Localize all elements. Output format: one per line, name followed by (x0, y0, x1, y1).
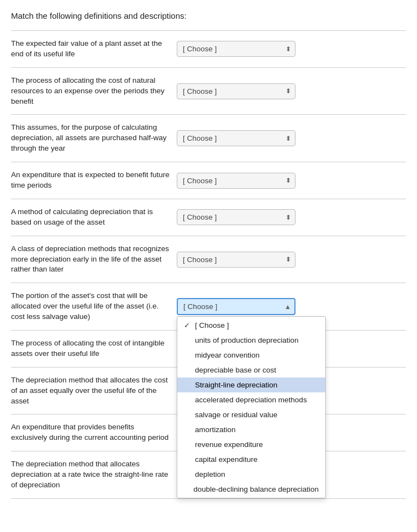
dropdown-option-label: revenue expenditure (195, 440, 263, 449)
select-row7[interactable]: [ Choose ] (177, 298, 295, 315)
dropdown-option-label: depletion (195, 470, 225, 478)
dropdown-option-label: depreciable base or cost (195, 366, 276, 374)
select-row4[interactable]: [ Choose ]units of production depreciati… (177, 173, 295, 189)
dropdown-option-label: [ Choose ] (195, 321, 229, 329)
dropdown-option-label: Straight-line depreciation (195, 381, 277, 389)
dropdown-option[interactable]: Straight-line depreciation (177, 377, 325, 392)
dropdown-menu-row7: ✓[ Choose ]units of production depreciat… (177, 316, 326, 498)
check-icon: ✓ (184, 321, 192, 329)
select-row5[interactable]: [ Choose ]units of production depreciati… (177, 209, 295, 225)
select-row3[interactable]: [ Choose ]units of production depreciati… (177, 130, 295, 146)
dropdown-option[interactable]: depreciable base or cost (177, 363, 325, 377)
row-row1: The expected fair value of a plant asset… (11, 31, 406, 68)
row-row3: This assumes, for the purpose of calcula… (11, 115, 406, 162)
row-row4: An expenditure that is expected to benef… (11, 162, 406, 199)
select-row1[interactable]: [ Choose ]units of production depreciati… (177, 41, 295, 57)
row-row2: The process of allocating the cost of na… (11, 68, 406, 115)
dropdown-option-label: capital expenditure (195, 455, 257, 464)
select-wrapper-row6: [ Choose ]units of production depreciati… (177, 252, 295, 268)
dropdown-option-label: amortization (195, 425, 236, 434)
row-row7: The portion of the asset's cost that wil… (11, 283, 406, 331)
dropdown-option-label: double-declining balance depreciation (193, 485, 319, 493)
select-wrapper-row3: [ Choose ]units of production depreciati… (177, 130, 295, 146)
select-row2[interactable]: [ Choose ]units of production depreciati… (177, 83, 295, 99)
dropdown-option[interactable]: depletion (177, 467, 325, 482)
row-text-row11: The depreciation method that allocates d… (11, 459, 177, 491)
row-text-row4: An expenditure that is expected to benef… (11, 170, 177, 191)
rows-container: The expected fair value of a plant asset… (11, 31, 406, 499)
dropdown-option[interactable]: double-declining balance depreciation (177, 482, 325, 497)
dropdown-option[interactable]: midyear convention (177, 348, 325, 363)
row-text-row7: The portion of the asset's cost that wil… (11, 291, 177, 322)
dropdown-option[interactable]: capital expenditure (177, 452, 325, 467)
dropdown-option[interactable]: accelerated depreciation methods (177, 392, 325, 407)
row-row5: A method of calculating depreciation tha… (11, 199, 406, 236)
select-wrapper-row5: [ Choose ]units of production depreciati… (177, 209, 295, 225)
row-text-row8: The process of allocating the cost of in… (11, 338, 177, 359)
row-text-row10: An expenditure that provides benefits ex… (11, 422, 177, 443)
page-container: Match the following definitions and desc… (0, 0, 417, 521)
dropdown-option[interactable]: salvage or residual value (177, 407, 325, 422)
select-wrapper-row7: [ Choose ]▲✓[ Choose ]units of productio… (177, 298, 295, 315)
dropdown-option-label: midyear convention (195, 351, 260, 359)
row-text-row6: A class of depreciation methods that rec… (11, 244, 177, 275)
dropdown-option-label: units of production depreciation (195, 336, 299, 344)
dropdown-option[interactable]: units of production depreciation (177, 333, 325, 348)
dropdown-option[interactable]: revenue expenditure (177, 437, 325, 452)
row-text-row2: The process of allocating the cost of na… (11, 76, 177, 107)
page-title: Match the following definitions and desc… (11, 11, 406, 20)
row-text-row5: A method of calculating depreciation tha… (11, 207, 177, 228)
row-text-row3: This assumes, for the purpose of calcula… (11, 123, 177, 154)
dropdown-option[interactable]: ✓[ Choose ] (177, 318, 325, 333)
select-wrapper-row2: [ Choose ]units of production depreciati… (177, 83, 295, 99)
select-row6[interactable]: [ Choose ]units of production depreciati… (177, 252, 295, 268)
dropdown-option-label: accelerated depreciation methods (195, 396, 307, 404)
select-wrapper-row1: [ Choose ]units of production depreciati… (177, 41, 295, 57)
row-text-row1: The expected fair value of a plant asset… (11, 39, 177, 60)
dropdown-option-label: salvage or residual value (195, 411, 277, 419)
row-row6: A class of depreciation methods that rec… (11, 236, 406, 284)
row-text-row9: The depreciation method that allocates t… (11, 375, 177, 407)
select-wrapper-row4: [ Choose ]units of production depreciati… (177, 173, 295, 189)
dropdown-option[interactable]: amortization (177, 422, 325, 437)
